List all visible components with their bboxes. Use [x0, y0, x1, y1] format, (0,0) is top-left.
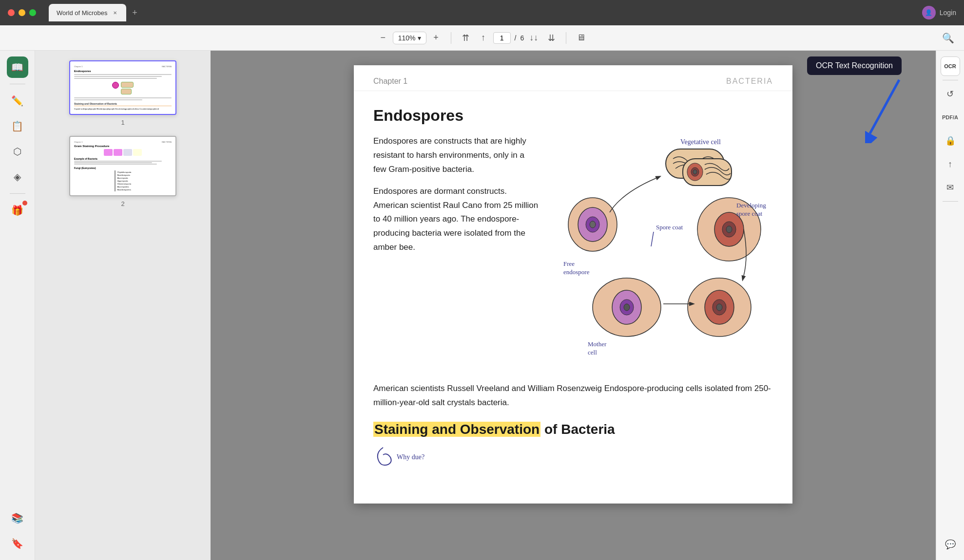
thumbnail-1[interactable]: Chapter 1 BACTERIA Endospores	[69, 60, 176, 126]
section-title: Endospores	[373, 107, 773, 125]
zoom-out-button[interactable]: −	[375, 30, 391, 46]
microbe-diagram: Vegetative cell Free endospore	[559, 134, 773, 368]
title-bar-right: 👤 Login	[922, 6, 956, 19]
sidebar-item-shapes[interactable]: ⬡	[7, 141, 28, 162]
svg-point-31	[716, 304, 722, 311]
paragraph-3: American scientists Russell Vreeland and…	[373, 382, 773, 410]
refresh-icon: ↺	[946, 89, 954, 99]
diagram-column: Vegetative cell Free endospore	[559, 134, 773, 370]
prev-page-button[interactable]: ↑	[476, 30, 491, 46]
traffic-lights	[8, 9, 36, 16]
present-button[interactable]: 🖥	[573, 30, 589, 46]
chat-button[interactable]: 💬	[941, 535, 960, 554]
svg-text:Spore coat: Spore coat	[656, 224, 683, 231]
sidebar-item-notes[interactable]: 📋	[7, 115, 28, 137]
chapter-label: Chapter 1	[373, 77, 407, 86]
svg-line-1	[870, 80, 899, 133]
pdf-icon: PDF/A	[942, 114, 958, 120]
sidebar-item-layers[interactable]: 📚	[7, 507, 28, 529]
sidebar-item-stamp[interactable]: ◈	[7, 166, 28, 187]
tab-close-icon[interactable]: ✕	[112, 9, 118, 16]
close-button[interactable]	[8, 9, 15, 16]
svg-text:Mother: Mother	[588, 340, 607, 348]
thumbnail-2[interactable]: Chapter 1 BACTERIA Gram Staining Procedu…	[69, 136, 176, 207]
svg-text:endospore: endospore	[563, 268, 590, 276]
page-header: Chapter 1 BACTERIA	[354, 65, 792, 91]
right-separator-2	[943, 201, 958, 202]
thumbnail-panel[interactable]: Chapter 1 BACTERIA Endospores	[35, 51, 211, 560]
zoom-in-button[interactable]: +	[428, 30, 444, 46]
handwritten-swirl	[373, 445, 393, 469]
document-view[interactable]: OCR Text Recognition Chapter 1 BACTERIA …	[211, 51, 936, 560]
ocr-tooltip: OCR Text Recognition	[807, 56, 902, 75]
sidebar-item-edit[interactable]: ✏️	[7, 90, 28, 112]
lock-icon: 🔒	[945, 135, 956, 146]
svg-text:Developing: Developing	[736, 202, 766, 209]
avatar: 👤	[922, 6, 936, 19]
mail-button[interactable]: ✉	[941, 178, 960, 197]
zoom-level: 110%	[398, 34, 416, 42]
separator-1	[451, 32, 451, 44]
mail-icon: ✉	[946, 182, 954, 193]
refresh-button[interactable]: ↺	[941, 84, 960, 104]
lock-button[interactable]: 🔒	[941, 131, 960, 150]
svg-text:Free: Free	[563, 260, 575, 267]
new-tab-button[interactable]: +	[128, 6, 142, 19]
left-sidebar: 📖 ✏️ 📋 ⬡ ◈ 🎁 📚 🔖	[0, 51, 35, 560]
right-sidebar: OCR ↺ PDF/A 🔒 ↑ ✉ 💬	[936, 51, 964, 560]
upload-icon: ↑	[948, 159, 952, 169]
next-page-button[interactable]: ↓↓	[526, 30, 541, 46]
minimize-button[interactable]	[19, 9, 25, 16]
section-2-highlighted: Staining and Observation	[373, 422, 540, 437]
ocr-button[interactable]: OCR	[941, 56, 960, 76]
svg-line-11	[651, 232, 654, 246]
notification-badge	[22, 201, 27, 205]
zoom-out-icon: −	[380, 33, 386, 43]
thumbnail-number-1: 1	[121, 119, 124, 126]
pdf-button[interactable]: PDF/A	[941, 108, 960, 127]
paragraph-2: Endospores are dormant constructs. Ameri…	[373, 185, 539, 255]
sidebar-separator-2	[10, 193, 25, 194]
main-area: 📖 ✏️ 📋 ⬡ ◈ 🎁 📚 🔖 Chapter 1 BACTERIA Endo…	[0, 51, 964, 560]
thumbnail-frame-1[interactable]: Chapter 1 BACTERIA Endospores	[69, 60, 176, 115]
thumbnail-frame-2[interactable]: Chapter 1 BACTERIA Gram Staining Procedu…	[69, 136, 176, 196]
document-page: Chapter 1 BACTERIA Endospores Endospores…	[354, 65, 792, 504]
zoom-in-icon: +	[433, 33, 439, 43]
login-label[interactable]: Login	[940, 9, 956, 17]
search-button[interactable]: 🔍	[942, 32, 954, 44]
svg-point-15	[726, 226, 732, 233]
svg-point-21	[693, 170, 697, 174]
sidebar-item-gift[interactable]: 🎁	[7, 200, 28, 221]
maximize-button[interactable]	[29, 9, 36, 16]
first-page-button[interactable]: ⇈	[458, 30, 474, 46]
page-separator: /	[515, 34, 517, 42]
thumbnail-number-2: 2	[121, 200, 124, 207]
page-body: Endospores Endospores are constructs tha…	[354, 91, 792, 485]
toolbar: − 110% ▾ + ⇈ ↑ / 6 ↓↓ ⇊ 🖥 🔍	[0, 25, 964, 51]
page-navigation: / 6	[493, 32, 524, 44]
svg-point-7	[590, 221, 596, 228]
paragraph-1: Endospores are constructs that are highl…	[373, 134, 539, 177]
chat-icon: 💬	[945, 539, 956, 550]
page-input[interactable]	[493, 32, 511, 44]
sidebar-item-document[interactable]: 📖	[7, 56, 28, 78]
svg-text:cell: cell	[588, 349, 597, 356]
sidebar-item-bookmark[interactable]: 🔖	[7, 533, 28, 554]
tab-bar: World of Microbes ✕ +	[49, 4, 142, 21]
right-separator-1	[943, 80, 958, 80]
zoom-dropdown-icon: ▾	[418, 34, 421, 42]
svg-text:spore coat: spore coat	[736, 210, 762, 217]
zoom-display[interactable]: 110% ▾	[393, 32, 426, 44]
sidebar-separator-1	[10, 84, 25, 84]
content-row: Endospores are constructs that are highl…	[373, 134, 773, 370]
ocr-arrow	[865, 75, 904, 143]
bacteria-label: BACTERIA	[726, 77, 773, 86]
separator-2	[566, 32, 566, 44]
tab-label: World of Microbes	[57, 9, 108, 17]
total-pages: 6	[520, 34, 524, 42]
last-page-button[interactable]: ⇊	[543, 30, 559, 46]
upload-button[interactable]: ↑	[941, 154, 960, 174]
ocr-label: OCR	[944, 63, 956, 69]
tab-world-of-microbes[interactable]: World of Microbes ✕	[49, 4, 126, 21]
page-nav-controls: ⇈ ↑ / 6 ↓↓ ⇊	[458, 30, 559, 46]
